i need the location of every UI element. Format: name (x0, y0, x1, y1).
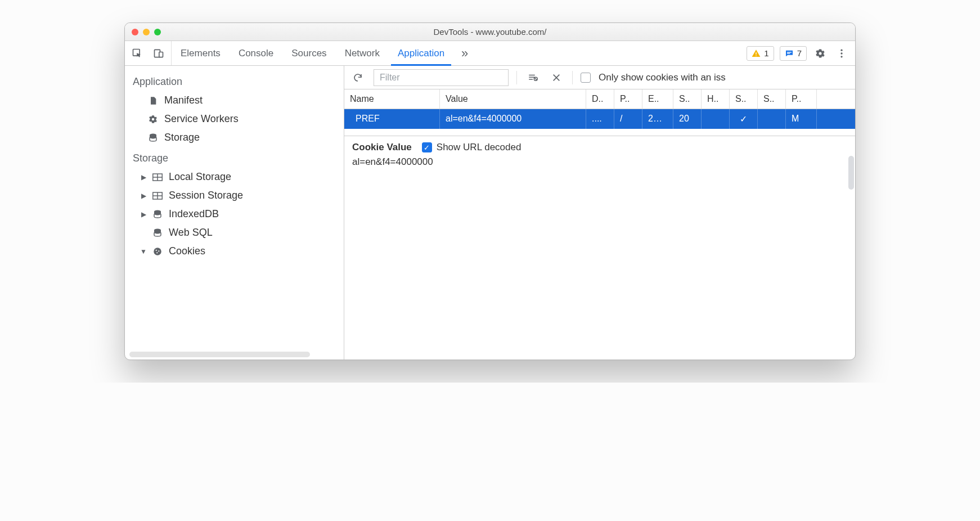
tab-sources[interactable]: Sources (282, 41, 335, 65)
filter-input[interactable] (374, 69, 509, 86)
sidebar-item-label: Service Workers (164, 113, 239, 125)
cookie-detail-title: Cookie Value (352, 142, 412, 153)
devtools-toolbar: Elements Console Sources Network Applica… (125, 41, 855, 66)
sidebar-horizontal-scrollbar[interactable] (129, 352, 310, 357)
refresh-icon[interactable] (350, 70, 366, 86)
sidebar-item-session-storage[interactable]: ▶ Session Storage (125, 186, 344, 205)
show-url-decoded-checkbox[interactable] (422, 142, 432, 152)
tab-console[interactable]: Console (230, 41, 282, 65)
divider (516, 71, 517, 84)
table-row[interactable]: PREF al=en&f4=4000000 .... / 2… 20 ✓ M (344, 109, 855, 129)
col-httponly[interactable]: H.. (702, 89, 730, 109)
tab-elements[interactable]: Elements (172, 41, 230, 65)
cookies-filterbar: Only show cookies with an iss (344, 66, 855, 89)
caret-right-icon: ▶ (141, 173, 146, 181)
col-expires[interactable]: E.. (642, 89, 673, 109)
sidebar-item-cookies[interactable]: ▼ Cookies (125, 242, 344, 260)
clear-all-icon[interactable] (525, 70, 541, 86)
application-sidebar: Application Manifest Service Workers Sto… (125, 66, 344, 360)
divider (572, 71, 573, 84)
device-toolbar-icon[interactable] (151, 46, 167, 61)
sidebar-item-label: Local Storage (169, 171, 231, 183)
svg-point-7 (840, 49, 842, 51)
cell-httponly (702, 109, 730, 129)
sidebar-item-label: Cookies (169, 245, 205, 257)
sidebar-item-label: Manifest (164, 95, 203, 106)
close-window-button[interactable] (132, 29, 138, 35)
messages-badge[interactable]: 7 (780, 46, 807, 61)
svg-point-8 (840, 52, 842, 54)
messages-count: 7 (797, 48, 802, 58)
tab-network[interactable]: Network (336, 41, 389, 65)
settings-icon[interactable] (812, 46, 828, 61)
cell-domain: .... (586, 109, 614, 129)
col-name[interactable]: Name (344, 89, 440, 109)
col-path[interactable]: P.. (614, 89, 642, 109)
sidebar-item-manifest[interactable]: Manifest (125, 91, 344, 110)
sidebar-item-label: IndexedDB (169, 208, 219, 220)
file-icon (147, 95, 159, 106)
cell-path: / (614, 109, 642, 129)
show-url-decoded-label: Show URL decoded (437, 142, 522, 153)
cookie-detail: Cookie Value Show URL decoded al=en&f4=4… (344, 136, 855, 173)
window-controls (125, 29, 161, 35)
sidebar-item-local-storage[interactable]: ▶ Local Storage (125, 168, 344, 186)
sidebar-item-indexeddb[interactable]: ▶ IndexedDB (125, 205, 344, 223)
cookie-icon (152, 246, 163, 257)
col-domain[interactable]: D.. (586, 89, 614, 109)
sidebar-item-label: Session Storage (169, 190, 243, 201)
sidebar-item-service-workers[interactable]: Service Workers (125, 110, 344, 128)
svg-point-9 (840, 56, 842, 57)
content-area: Application Manifest Service Workers Sto… (125, 66, 855, 360)
cell-secure: ✓ (730, 109, 758, 129)
col-value[interactable]: Value (440, 89, 586, 109)
caret-right-icon: ▶ (141, 210, 146, 218)
sidebar-item-websql[interactable]: Web SQL (125, 223, 344, 242)
database-icon (152, 227, 163, 239)
sidebar-item-label: Storage (164, 132, 200, 143)
warnings-badge[interactable]: 1 (747, 46, 774, 61)
kebab-menu-icon[interactable] (834, 46, 849, 61)
only-issues-label: Only show cookies with an iss (599, 72, 726, 83)
delete-selected-icon[interactable] (549, 70, 564, 86)
svg-point-19 (154, 248, 161, 255)
zoom-window-button[interactable] (154, 29, 161, 35)
more-tabs-button[interactable]: » (453, 41, 476, 65)
sidebar-item-storage[interactable]: Storage (125, 128, 344, 147)
sidebar-item-label: Web SQL (169, 227, 213, 239)
cookies-panel: Only show cookies with an iss Name Value… (344, 66, 855, 360)
svg-rect-3 (756, 52, 757, 55)
window-title: DevTools - www.youtube.com/ (125, 27, 855, 37)
cell-name: PREF (344, 109, 440, 129)
only-issues-checkbox[interactable] (581, 73, 591, 83)
svg-rect-6 (787, 53, 790, 53)
caret-down-icon: ▼ (141, 248, 146, 255)
minimize-window-button[interactable] (143, 29, 150, 35)
panel-vertical-scrollbar[interactable] (848, 156, 854, 190)
tab-application[interactable]: Application (389, 41, 453, 65)
sidebar-group-storage: Storage (125, 147, 344, 168)
message-icon (785, 49, 794, 58)
warning-icon (752, 49, 761, 58)
cell-samesite (758, 109, 786, 129)
cell-value: al=en&f4=4000000 (440, 109, 586, 129)
col-priority[interactable]: P.. (786, 89, 817, 109)
gear-icon (147, 114, 159, 125)
svg-point-20 (156, 249, 157, 250)
svg-rect-5 (787, 52, 792, 52)
col-samesite[interactable]: S.. (758, 89, 786, 109)
svg-point-22 (156, 252, 158, 253)
svg-rect-4 (756, 55, 757, 56)
col-size[interactable]: S.. (673, 89, 702, 109)
svg-rect-2 (159, 52, 163, 57)
table-header-row: Name Value D.. P.. E.. S.. H.. S.. S.. P… (344, 89, 855, 109)
warnings-count: 1 (764, 48, 768, 58)
inspect-element-icon[interactable] (129, 46, 145, 61)
panel-tabs: Elements Console Sources Network Applica… (172, 41, 741, 65)
devtools-window: DevTools - www.youtube.com/ Elements Con… (124, 23, 856, 360)
cell-expires: 2… (642, 109, 673, 129)
cookie-detail-value: al=en&f4=4000000 (352, 156, 847, 168)
svg-point-21 (158, 250, 159, 251)
cell-priority: M (786, 109, 817, 129)
col-secure[interactable]: S.. (730, 89, 758, 109)
